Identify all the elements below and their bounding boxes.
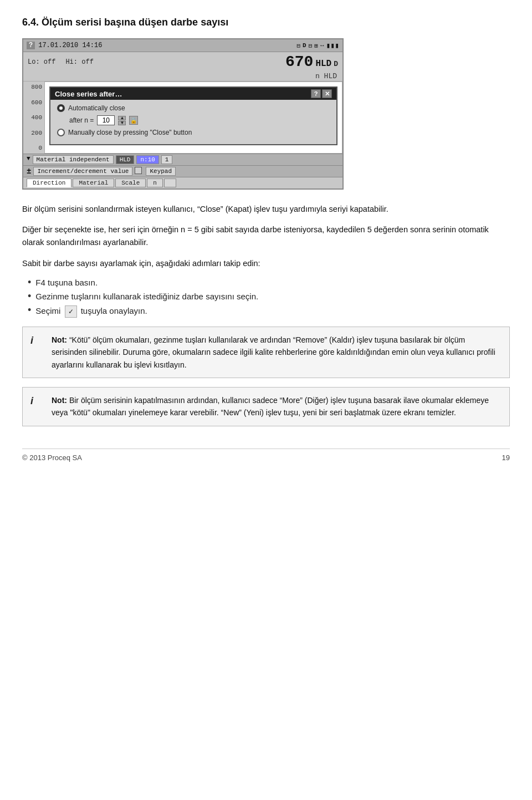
top-bar-right: ⊟ D ⊟ ⊞ ↔ ▮▮▮: [296, 41, 339, 50]
after-n-row: after n = 10 ▲ ▼ 🔒: [69, 115, 330, 125]
bullet-dot-1: •: [28, 277, 31, 288]
tab-empty: [164, 179, 176, 187]
dialog-help-button[interactable]: ?: [311, 89, 321, 98]
paragraph-1: Bir ölçüm serisini sonlandırmak isteyen …: [22, 203, 510, 216]
chart-area: Close series after… ? ✕ Automatically cl…: [44, 81, 342, 154]
hld-suffix: D: [334, 60, 338, 68]
checkbox-icon: [135, 167, 142, 174]
dialog-title-bar: Close series after… ? ✕: [50, 88, 336, 100]
pc-icon: ⊞: [314, 42, 318, 49]
y-200: 200: [25, 130, 42, 136]
device-chart-main: 800 600 400 200 0 Close series after… ? …: [23, 81, 342, 154]
auto-close-label: Automatically close: [68, 104, 125, 112]
step-buttons: ▲ ▼: [118, 116, 126, 125]
info-text-1: Not: “Kötü” ölçüm okumaları, gezinme tuş…: [52, 334, 502, 371]
status-bar-1: ▼ Material independent HLD n:10 1: [23, 154, 342, 165]
info-body-2: Bir ölçüm serisinin kapatılmasının ardın…: [52, 396, 489, 417]
y-axis: 800 600 400 200 0: [23, 81, 44, 154]
info-text-2: Not: Bir ölçüm serisinin kapatılmasının …: [52, 394, 502, 419]
tab-bar: Direction Material Scale n: [23, 177, 342, 188]
after-n-value[interactable]: 10: [97, 115, 115, 125]
save-icon: ⊟: [296, 42, 300, 49]
hld-reading: Lo: off Hi: off: [28, 58, 94, 66]
bullet-text-1: F4 tuşuna basın.: [35, 278, 98, 287]
bullet-item-1: • F4 tuşuna basın.: [28, 278, 510, 288]
bullet-item-2: • Gezinme tuşlarını kullanarak istediğin…: [28, 292, 510, 302]
question-mark-icon: ?: [27, 42, 35, 49]
decrement-button[interactable]: ▼: [118, 121, 126, 125]
d-label: D: [303, 42, 306, 49]
dialog-title: Close series after…: [55, 90, 122, 98]
plus-minus-icon: ±: [27, 167, 31, 176]
info-icon-1: i: [30, 335, 44, 347]
hld-sub-line: n HLD: [23, 72, 342, 81]
num-badge: 1: [161, 155, 173, 164]
manual-close-radio[interactable]: [57, 129, 65, 136]
hld-value-group: 670 HLD D: [285, 53, 338, 70]
hld-badge: HLD: [116, 155, 135, 164]
lo-label: Lo: off: [28, 58, 55, 66]
device-top-bar: ? 17.01.2010 14:16 ⊟ D ⊟ ⊞ ↔ ▮▮▮: [23, 39, 342, 52]
device-screenshot: ? 17.01.2010 14:16 ⊟ D ⊟ ⊞ ↔ ▮▮▮ Lo: off…: [22, 38, 344, 190]
material-independent-label: Material independent: [33, 155, 114, 164]
y-400: 400: [25, 114, 42, 121]
info-bold-2: Not:: [52, 396, 67, 405]
close-series-dialog: Close series after… ? ✕ Automatically cl…: [49, 86, 337, 145]
tab-material[interactable]: Material: [73, 179, 114, 187]
after-n-label: after n =: [69, 116, 94, 124]
tab-scale[interactable]: Scale: [115, 179, 146, 187]
bullet-text-3: Seçimi ✓ tuşuyla onaylayın.: [35, 305, 147, 318]
keypad-label: Keypad: [146, 167, 176, 176]
footer-left: © 2013 Proceq SA: [22, 453, 82, 462]
down-arrow-icon: ▼: [27, 155, 30, 164]
info-box-1: i Not: “Kötü” ölçüm okumaları, gezinme t…: [22, 327, 510, 378]
dialog-title-buttons: ? ✕: [311, 89, 332, 98]
bullet-dot-2: •: [28, 291, 31, 302]
print-icon: ⊟: [309, 42, 313, 49]
hi-label: Hi: off: [65, 58, 93, 66]
info-body-1: “Kötü” ölçüm okumaları, gezinme tuşları …: [52, 335, 495, 369]
tab-direction[interactable]: Direction: [27, 179, 71, 187]
status-bar-2: ± Increment/decrement value Keypad: [23, 165, 342, 177]
dialog-content: Automatically close after n = 10 ▲ ▼ 🔒: [50, 100, 336, 144]
paragraph-3: Sabit bir darbe sayısı ayarlamak için, a…: [22, 257, 510, 270]
auto-close-row: Automatically close: [57, 104, 330, 112]
top-bar-left: ? 17.01.2010 14:16: [27, 42, 102, 49]
y-0: 0: [25, 145, 42, 151]
info-bold-1: Not:: [52, 335, 67, 344]
y-800: 800: [25, 84, 42, 90]
manual-close-label: Manually close by pressing "Close" butto…: [68, 129, 192, 136]
auto-close-radio[interactable]: [57, 104, 65, 112]
battery-icon: ▮▮▮: [326, 41, 339, 50]
bullet-text-2: Gezinme tuşlarını kullanarak istediğiniz…: [35, 292, 258, 301]
hld-number: 670: [285, 53, 313, 70]
bullet-item-3: • Seçimi ✓ tuşuyla onaylayın.: [28, 305, 510, 318]
increment-decrement-label: Increment/decrement value: [33, 167, 132, 176]
tab-n[interactable]: n: [147, 179, 163, 187]
hld-reading-row: Lo: off Hi: off 670 HLD D: [23, 52, 342, 72]
transfer-icon: ↔: [320, 42, 324, 49]
increment-button[interactable]: ▲: [118, 116, 126, 120]
date-time: 17.01.2010 14:16: [38, 42, 102, 49]
info-icon-2: i: [30, 395, 44, 407]
footer-right: 19: [502, 453, 510, 462]
hld-unit: HLD: [315, 59, 331, 69]
manual-close-row: Manually close by pressing "Close" butto…: [57, 129, 330, 136]
paragraph-2: Diğer bir seçenekte ise, her seri için ö…: [22, 223, 510, 249]
dialog-close-button[interactable]: ✕: [322, 89, 332, 98]
page-footer: © 2013 Proceq SA 19: [22, 449, 510, 462]
bullet-dot-3: •: [28, 304, 31, 316]
page-title: 6.4. Ölçüm serisi başına düşen darbe say…: [22, 17, 510, 28]
info-box-2: i Not: Bir ölçüm serisinin kapatılmasını…: [22, 387, 510, 426]
y-600: 600: [25, 99, 42, 106]
n-value-badge: n:10: [136, 155, 158, 164]
lock-icon: 🔒: [129, 116, 138, 125]
confirm-icon-box: ✓: [65, 305, 77, 318]
